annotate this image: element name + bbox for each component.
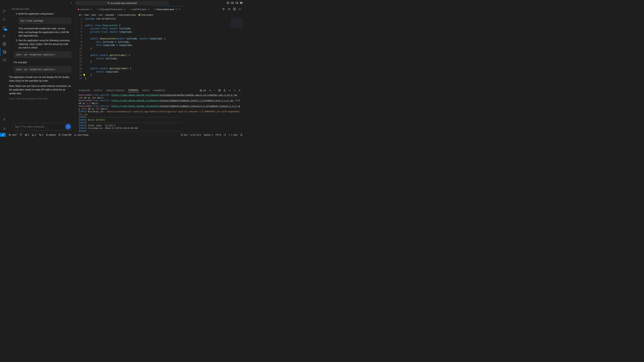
activity-extensions[interactable] [0,40,8,48]
status-notifications-icon[interactable] [240,133,242,136]
layout-panel-icon[interactable] [231,1,234,5]
layout-customize-icon[interactable] [240,1,242,5]
breadcrumb-item[interactable]: ⬢ GeoLocation [138,13,153,16]
chat-fade-para: If you make any changes to the code, [9,97,72,100]
lightbulb-icon[interactable]: 💡 [83,73,86,77]
chat-step-5: Run the application using the following … [18,39,72,50]
layout-sidebar-right-icon[interactable] [236,1,238,5]
breadcrumb-item[interactable]: main [84,13,89,16]
status-language[interactable]: { }Java [229,134,238,136]
activity-bar: 12 [0,6,9,133]
chat-content: Build the application using Maven: mvn c… [9,12,75,121]
activity-search[interactable] [0,16,8,24]
activity-gitlab-duo[interactable] [0,48,8,56]
panel-more-icon[interactable] [228,89,231,92]
panel-tab-ports[interactable]: PORTS [142,89,150,92]
chat-code-run[interactable]: java -jar target/air-quality-c [14,51,72,58]
run-icon[interactable] [222,8,225,11]
line-gutter: 123456789101112131415161718💡19 [75,17,85,87]
tab-bar: ◆pom.xmlUJAirQualityChecker.javaUJApiCli… [75,6,244,12]
svg-rect-24 [200,90,202,91]
svg-point-26 [229,90,229,90]
status-bar: main* 0 0 0 No pipeline Create MR Java: … [0,133,244,137]
breadcrumb-item[interactable]: airquality [105,13,114,16]
status-problems[interactable]: 0 0 [25,134,36,136]
svg-point-28 [230,90,230,90]
svg-point-34 [59,134,60,135]
minimap[interactable] [231,18,243,28]
panel-tab-output[interactable]: OUTPUT [94,89,102,92]
panel-tab-comments[interactable]: COMMENTS [153,89,165,92]
svg-rect-1 [227,2,229,4]
activity-explorer[interactable] [0,8,8,16]
breadcrumbs[interactable]: src›main›java›com›airquality›J GeoLocati… [75,12,244,17]
svg-rect-6 [240,3,241,4]
svg-point-22 [240,9,240,9]
more-icon[interactable] [238,8,241,11]
activity-scm[interactable]: 12 [0,24,8,32]
remote-indicator[interactable] [0,133,6,137]
breadcrumb-item[interactable]: com [98,13,103,16]
svg-rect-14 [4,42,6,44]
code-content[interactable]: package com.airquality; public class Geo… [85,17,244,87]
panel-tab-terminal[interactable]: TERMINAL [128,89,139,92]
activity-accounts[interactable] [0,115,8,123]
chat-note-para: Note: Make sure you have an active inter… [9,84,72,95]
svg-rect-2 [232,2,234,4]
status-lncol[interactable]: Ln 19, Col 2 [190,134,201,136]
status-eol[interactable]: LF [224,134,226,136]
status-ports[interactable]: 0 [39,134,43,136]
send-button[interactable] [65,124,71,130]
scm-badge: 12 [4,29,7,31]
activity-settings[interactable] [0,125,8,133]
tab-pom-xml[interactable]: ◆pom.xmlU [75,6,95,12]
tab-AirQualityChecker-java[interactable]: JAirQualityChecker.javaU [95,6,128,12]
nav-forward-icon[interactable] [75,1,78,5]
chat-input-field[interactable] [14,125,65,128]
command-center[interactable]: air-quality-app-modernized [76,1,169,5]
breadcrumb-item[interactable]: J GeoLocation.java [117,13,136,16]
activity-gitlab[interactable] [0,56,8,64]
panel-close-icon[interactable] [238,89,241,92]
status-pipeline[interactable]: No pipeline [46,134,56,136]
new-terminal-icon[interactable] [209,89,211,92]
status-encoding[interactable]: UTF-8 [215,134,221,136]
svg-rect-13 [3,42,4,44]
status-create-mr[interactable]: Create MR [58,134,72,136]
tab-ApiClient-java[interactable]: JApiClient.javaU [128,6,152,12]
breadcrumb-item[interactable]: java [92,13,96,16]
chat-panel-title: GITLAB DUO CHAT [9,6,75,12]
terminal-output[interactable]: Downloaded from central: https://repo.ma… [75,93,244,133]
status-duo[interactable]: Duo [180,134,188,136]
chat-code-example[interactable]: java -jar target/air-quality-c [14,66,72,73]
svg-point-29 [9,134,10,135]
compare-icon[interactable] [228,8,230,11]
panel-maximize-icon[interactable] [234,89,236,92]
svg-point-30 [9,135,10,136]
svg-point-9 [3,26,4,27]
kill-terminal-icon[interactable] [224,89,226,92]
split-terminal-icon[interactable] [218,89,221,92]
activity-debug[interactable] [0,32,8,40]
code-editor[interactable]: 123456789101112131415161718💡19 package c… [75,17,244,87]
status-spaces[interactable]: Spaces: 4 [204,134,213,136]
svg-point-0 [108,2,109,4]
svg-rect-5 [241,2,242,3]
status-branch[interactable]: main* [9,134,17,136]
layout-sidebar-left-icon[interactable] [227,1,230,5]
svg-point-27 [230,90,230,90]
status-sync-icon[interactable] [20,133,22,136]
chat-code-mvn[interactable]: mvn clean package [18,17,72,24]
panel-tab-debug-console[interactable]: DEBUG CONSOLE [106,89,124,92]
terminal-shell-picker[interactable]: zsh [200,89,206,92]
tab-GeoLocation-java[interactable]: JGeoLocation.javaU [152,6,183,12]
status-java[interactable]: Java: Ready [74,134,88,136]
split-editor-icon[interactable] [233,8,236,11]
terminal-dropdown-icon[interactable] [214,89,216,92]
panel-tab-problems[interactable]: PROBLEMS [79,89,90,92]
svg-point-35 [59,135,60,136]
breadcrumb-item[interactable]: src [79,13,82,16]
tab-close-icon[interactable] [178,8,180,10]
nav-back-icon[interactable] [70,1,73,5]
chat-input[interactable] [12,123,72,130]
